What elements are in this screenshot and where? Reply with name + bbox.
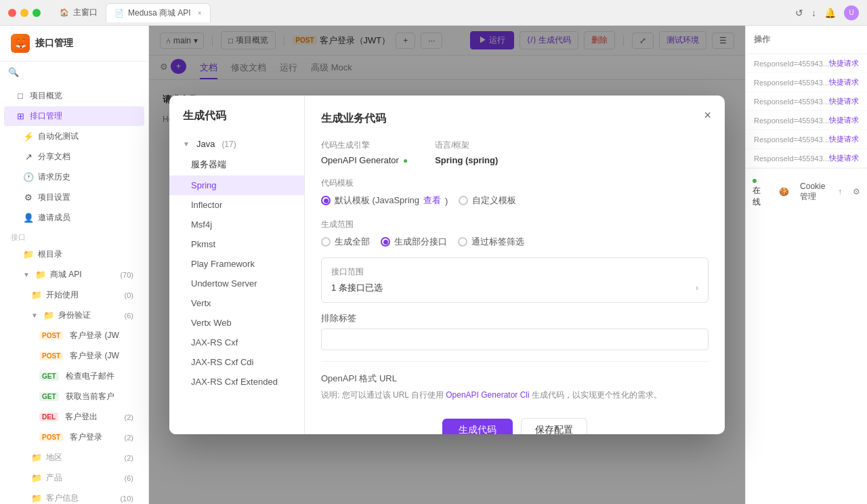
post-jwt-label: 客户登录 (JW bbox=[70, 330, 119, 341]
tab-medusa[interactable]: 📄 Medusa 商城 API × bbox=[106, 3, 211, 22]
template-default-radio[interactable]: 默认模板 (JavaSpring 查看 ) bbox=[321, 194, 448, 207]
sidebar-item-post-jw[interactable]: POST 客户登录 (JW bbox=[4, 346, 144, 366]
folder-icon2: 📁 bbox=[35, 270, 46, 280]
response-id-6: ResponseId=455943... bbox=[754, 154, 829, 163]
sidebar-item-overview[interactable]: □ 项目概览 bbox=[4, 86, 144, 106]
tab-close-icon[interactable]: × bbox=[198, 9, 202, 17]
scope-tag-radio[interactable]: 通过标签筛选 bbox=[458, 236, 524, 248]
quick-btn-4[interactable]: 快捷请求 bbox=[829, 115, 859, 125]
template-custom-radio[interactable]: 自定义模板 bbox=[459, 194, 516, 207]
modal-close-button[interactable]: × bbox=[704, 109, 711, 121]
vertx-web-item[interactable]: Vertx Web bbox=[169, 313, 304, 333]
notification-icon[interactable]: 🔔 bbox=[824, 7, 836, 18]
sidebar-item-post-login2[interactable]: POST 客户登录 (2) bbox=[4, 427, 144, 447]
settings-icon2[interactable]: ⚙ bbox=[853, 187, 860, 196]
folder-product-icon: 📁 bbox=[31, 473, 42, 483]
history-icon: 🕐 bbox=[23, 172, 34, 182]
content-area: ⑃ main ▾ □ 项目概览 POST 客户登录（JWT） + ··· bbox=[149, 26, 745, 504]
quick-btn-6[interactable]: 快捷请求 bbox=[829, 153, 859, 163]
pkmst-item[interactable]: Pkmst bbox=[169, 234, 304, 254]
quick-btn-3[interactable]: 快捷请求 bbox=[829, 96, 859, 106]
sidebar-item-get-customer[interactable]: GET 获取当前客户 bbox=[4, 387, 144, 406]
sidebar-item-del-logout[interactable]: DEL 客户登出 (2) bbox=[4, 407, 144, 427]
generate-code-btn[interactable]: 生成代码 bbox=[442, 419, 513, 434]
play-framework-item[interactable]: Play Framework bbox=[169, 254, 304, 274]
sidebar-item-mall-api[interactable]: ▼ 📁 商城 API (70) bbox=[4, 265, 144, 285]
tab-main[interactable]: 🏠 主窗口 bbox=[51, 3, 106, 22]
jax-rs-cxf-cdi-item[interactable]: JAX-RS Cxf Cdi bbox=[169, 352, 304, 372]
region-count: (2) bbox=[125, 454, 133, 462]
sidebar-item-get-email[interactable]: GET 检查电子邮件 bbox=[4, 366, 144, 386]
del-tag: DEL bbox=[39, 413, 58, 421]
sidebar-item-region[interactable]: 📁 地区 (2) bbox=[4, 448, 144, 467]
avatar[interactable]: U bbox=[844, 5, 859, 20]
quick-btn-1[interactable]: 快捷请求 bbox=[829, 58, 859, 68]
vertx-item[interactable]: Vertx bbox=[169, 293, 304, 313]
close-dot[interactable] bbox=[8, 9, 16, 17]
sidebar-item-post-jwt[interactable]: POST 客户登录 (JW bbox=[4, 326, 144, 345]
start-count: (0) bbox=[125, 291, 133, 299]
scope-partial-circle bbox=[381, 237, 390, 247]
save-config-btn[interactable]: 保存配置 bbox=[521, 418, 587, 434]
undertow-server-item[interactable]: Undertow Server bbox=[169, 274, 304, 293]
cookie-label[interactable]: Cookie 管理 bbox=[800, 182, 827, 203]
url-label: OpenAPI 格式 URL bbox=[321, 373, 709, 385]
quick-btn-5[interactable]: 快捷请求 bbox=[829, 134, 859, 144]
right-panel-row-2: ResponseId=455943... 快捷请求 bbox=[746, 73, 867, 92]
sidebar-item-settings[interactable]: ⚙ 项目设置 bbox=[4, 188, 144, 207]
java-group[interactable]: ▼ Java (17) bbox=[169, 134, 304, 154]
jax-rs-cxf-extended-item[interactable]: JAX-RS Cxf Extended bbox=[169, 372, 304, 392]
spring-item[interactable]: Spring bbox=[169, 175, 304, 195]
titlebar-right: ↺ ↓ 🔔 U bbox=[795, 5, 859, 20]
scope-all-radio[interactable]: 生成全部 bbox=[321, 236, 370, 248]
refresh-icon[interactable]: ↺ bbox=[795, 7, 803, 18]
sidebar-item-product[interactable]: 📁 产品 (6) bbox=[4, 468, 144, 488]
url-link[interactable]: OpenAPI Generator Cli bbox=[446, 390, 529, 400]
sidebar-nav: □ 项目概览 ⊞ 排口管理 ⚡ 自动化测试 ↗ 分享文档 🕐 请求历史 ⚙ 项目… bbox=[0, 83, 148, 504]
template-section: 代码模板 默认模板 (JavaSpring 查看 ) 自定义模板 bbox=[321, 177, 709, 207]
inflector-item[interactable]: Inflector bbox=[169, 195, 304, 215]
default-template-label: 默认模板 (JavaSpring bbox=[335, 194, 419, 207]
sidebar-item-history[interactable]: 🕐 请求历史 bbox=[4, 167, 144, 187]
interface-icon: ⊞ bbox=[15, 111, 26, 121]
history-label: 请求历史 bbox=[38, 171, 70, 183]
search-icon[interactable]: 🔍 bbox=[8, 67, 19, 77]
right-panel-row-3: ResponseId=455943... 快捷请求 bbox=[746, 92, 867, 111]
sidebar-item-share[interactable]: ↗ 分享文档 bbox=[4, 147, 144, 167]
sidebar-item-interfaces[interactable]: ⊞ 排口管理 bbox=[4, 106, 144, 126]
view-template-link[interactable]: 查看 bbox=[423, 194, 441, 207]
get-email-label: 检查电子邮件 bbox=[66, 371, 114, 382]
engine-section: 代码生成引擎 OpenAPI Generator ● bbox=[321, 140, 408, 165]
overview-icon: □ bbox=[15, 91, 26, 101]
sidebar-item-automations[interactable]: ⚡ 自动化测试 bbox=[4, 127, 144, 146]
start-label: 开始使用 bbox=[46, 289, 79, 301]
share-icon: ↗ bbox=[23, 152, 34, 162]
play-framework-label: Play Framework bbox=[191, 259, 255, 269]
quick-btn-2[interactable]: 快捷请求 bbox=[829, 77, 859, 87]
product-count: (6) bbox=[125, 474, 133, 482]
url-section: OpenAPI 格式 URL 说明: 您可以通过该 URL 自行使用 OpenA… bbox=[321, 361, 709, 402]
framework-label: 语言/框架 bbox=[435, 140, 498, 151]
custom-radio-circle bbox=[459, 196, 468, 205]
customer-info-label: 客户信息 bbox=[46, 492, 79, 504]
sidebar-item-start[interactable]: 📁 开始使用 (0) bbox=[4, 285, 144, 305]
scope-partial-radio[interactable]: 生成部分接口 bbox=[381, 236, 447, 248]
status-indicator: 在线 bbox=[753, 175, 768, 208]
jax-rs-cxf-item[interactable]: JAX-RS Cxf bbox=[169, 333, 304, 352]
right-panel-title: 操作 bbox=[746, 26, 867, 54]
maximize-dot[interactable] bbox=[33, 9, 41, 17]
upload-icon[interactable]: ↑ bbox=[838, 187, 842, 196]
cookie-icon: 🍪 bbox=[779, 187, 789, 196]
scope-selector[interactable]: 1 条接口已选 › bbox=[331, 282, 698, 294]
minimize-dot[interactable] bbox=[20, 9, 28, 17]
msf4j-item[interactable]: Msf4j bbox=[169, 215, 304, 234]
sidebar-header: 🦊 接口管理 bbox=[0, 26, 148, 62]
post-login2-count: (2) bbox=[125, 434, 133, 442]
exclude-tag-input[interactable] bbox=[321, 329, 709, 350]
sidebar-item-members[interactable]: 👤 邀请成员 bbox=[4, 208, 144, 228]
sidebar-item-customer-info[interactable]: 📁 客户信息 (10) bbox=[4, 488, 144, 504]
download-icon[interactable]: ↓ bbox=[811, 7, 816, 18]
sidebar-item-auth[interactable]: ▼ 📁 身份验证 (6) bbox=[4, 306, 144, 325]
right-panel-footer: 在线 🍪 Cookie 管理 ↑ ⚙ bbox=[746, 168, 867, 215]
sidebar-item-root[interactable]: 📁 根目录 bbox=[4, 245, 144, 264]
